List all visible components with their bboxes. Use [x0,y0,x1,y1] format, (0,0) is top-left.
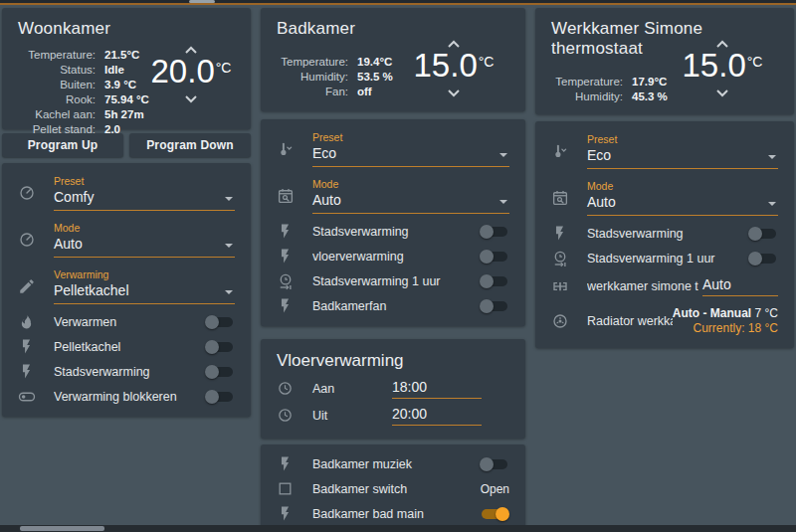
card-title: Badkamer [277,19,509,39]
chevron-down-icon[interactable] [445,88,463,99]
mode-select[interactable]: Mode Auto [312,178,509,214]
flash-icon [18,363,44,380]
setpoint-control: 20.0°C [145,44,237,105]
preset-select[interactable]: Preset Eco [587,133,778,169]
toggle-switch[interactable] [480,273,509,289]
info-value: 17.9°C [632,75,667,89]
horizontal-scrollbar-thumb[interactable] [20,526,104,531]
chevron-down-icon [768,155,776,159]
chevron-down-icon [225,197,233,201]
flash-icon [18,338,44,355]
select-label: Mode [587,180,778,192]
info-value: 19.4°C [357,55,392,70]
card-werkkamer-controls: Preset Eco Mode Auto Stadsverwarming [535,121,794,348]
switch-row-badkamer-bad-main: Badkamer bad main [261,501,525,526]
flash-icon [277,455,302,472]
info-label: Rook: [18,92,104,107]
info-value: 5h 27m [104,107,144,122]
switch-row-vloerverwarming: vloerverwarming [261,244,525,268]
toggle-switch[interactable] [480,249,509,265]
chevron-down-icon[interactable] [713,88,731,99]
horizontal-scrollbar[interactable] [0,525,796,532]
thermometer-chevron-icon [277,140,302,158]
top-scrollbar[interactable] [0,0,796,3]
preset-select[interactable]: Preset Comfy [54,175,235,211]
info-value: 53.5 % [357,70,393,85]
verwarming-select-row: Verwarming Pelletkachel [2,263,251,309]
mode-select[interactable]: Mode Auto [587,180,778,216]
info-label: Temperature: [18,48,104,63]
switch-row-verwarming-blokkeren: Verwarming blokkeren [2,384,251,409]
info-label: Temperature: [277,55,357,70]
switch-label: Badkamer muziek [312,457,480,471]
switch-row-verwarmen: Verwarmen [2,309,251,334]
toggle-switch[interactable] [205,314,235,330]
switch-label: Verwarming blokkeren [54,390,205,404]
chevron-down-icon[interactable] [182,93,200,105]
switch-row-badkamerfan: Badkamerfan [261,293,525,318]
time-input[interactable]: 18:00 [392,379,482,399]
gauge-icon [18,231,44,249]
select-label: Preset [312,131,509,143]
verwarming-select[interactable]: Verwarming Pelletkachel [54,268,235,304]
toggle-switch[interactable] [205,339,235,355]
toggle-switch[interactable] [748,226,778,242]
time-input[interactable]: 20:00 [392,406,482,426]
switch-row-pelletkachel: Pelletkachel [2,334,251,359]
card-vloerverwarming: Vloerverwarming Aan 18:00 Uit 20:00 [261,339,525,439]
select-value: Pelletkachel [54,282,235,298]
column-werkkamer: Werkkamer Simone thermostaat Temperature… [535,8,794,532]
card-badkamer-extra: Badkamer muziek Badkamer switch Open Bad… [261,444,525,532]
preset-select-row: Preset Eco [535,127,794,174]
chevron-down-icon [499,153,507,157]
setpoint-control: 15.0°C [677,38,768,99]
card-woonkamer-controls: Preset Comfy Mode Auto Verwarming Pellet… [2,163,251,417]
mode-select[interactable]: Mode Auto [54,222,235,258]
toggle-switch[interactable] [480,298,509,314]
info-row: Pellet stand:2.0 [18,122,235,137]
preset-select[interactable]: Preset Eco [312,131,509,167]
switch-label: Verwarmen [54,315,205,329]
info-label: Humidity: [277,70,357,85]
column-woonkamer: Woonkamer Temperature:21.5°C Status:Idle… [2,8,251,532]
radiator-state: Auto - Manual 7 °C Currently: 18 °C [673,306,778,336]
preset-select-row: Preset Comfy [2,169,251,216]
switch-label: Stadsverwarming [312,225,480,239]
select-label: Mode [312,178,509,190]
chevron-down-icon [768,202,776,206]
pipe-valve-icon [551,277,577,295]
top-scrollbar-thumb[interactable] [189,0,215,3]
text-input[interactable]: Auto [702,276,778,296]
clock-icon [277,407,302,424]
switch-row-stadsverwarming: Stadsverwarming [261,219,525,244]
select-value: Eco [312,145,509,161]
time-row-aan: Aan 18:00 [261,375,525,402]
switch-label: vloerverwarming [312,250,480,264]
toggle-switch[interactable] [205,389,235,405]
chevron-down-icon [225,244,233,248]
radiator-currently-line: Currently: 18 °C [673,321,778,336]
state-row-badkamer-switch: Badkamer switch Open [261,476,525,501]
flash-icon [277,248,302,265]
toggle-switch[interactable] [480,456,509,472]
setpoint-unit: °C [479,54,495,70]
toggle-switch[interactable] [480,506,509,522]
switch-row-stadsverwarming: Stadsverwarming [2,359,251,384]
info-value: 21.5°C [104,48,139,63]
switch-row-stadsverwarming-1-uur: Stadsverwarming 1 uur [535,246,794,270]
toggle-switch[interactable] [205,364,235,380]
toggle-switch[interactable] [480,224,509,240]
switch-row-stadsverwarming-1-uur: Stadsverwarming 1 uur [261,268,525,293]
thermometer-chevron-icon [551,142,577,160]
toggle-outline-icon [18,388,44,406]
pencil-icon [18,277,44,295]
mode-select-row: Mode Auto [2,216,251,263]
switch-row-stadsverwarming: Stadsverwarming [535,221,794,246]
switch-label: Stadsverwarming [54,365,205,379]
toggle-switch[interactable] [748,251,778,266]
switch-label: Pelletkachel [54,340,205,354]
setpoint-unit: °C [216,60,232,76]
info-value: 75.94 °C [104,92,149,107]
preset-select-row: Preset Eco [261,125,525,172]
info-row: Kachel aan:5h 27m [18,107,235,122]
